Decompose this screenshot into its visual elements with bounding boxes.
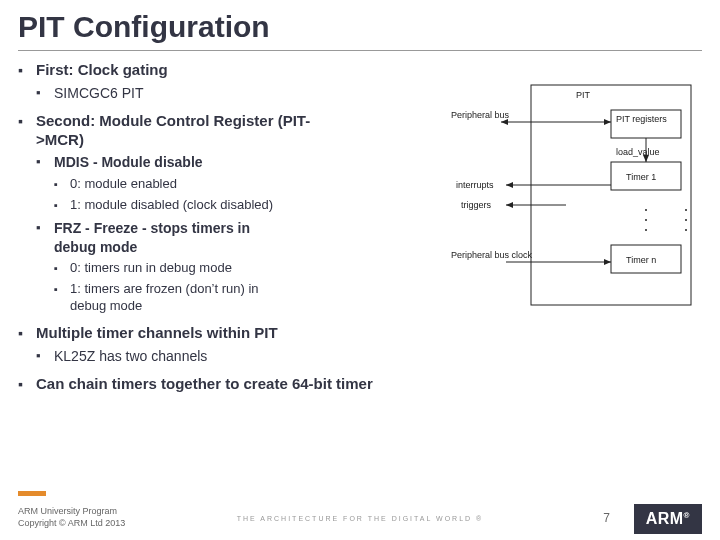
bullet-2-1-2-text: 1: module disabled (clock disabled) — [70, 197, 273, 212]
svg-marker-6 — [643, 155, 649, 162]
footer-tagline: THE ARCHITECTURE FOR THE DIGITAL WORLD ® — [237, 515, 483, 522]
svg-point-14 — [645, 229, 647, 231]
diagram-load-value: load_value — [616, 147, 660, 157]
diagram-timern: Timer n — [626, 255, 656, 265]
footer-copyright: ARM University Program Copyright © ARM L… — [18, 506, 125, 529]
bullet-2-1-1: 0: module enabled — [54, 176, 296, 193]
slide-title: PIT Configuration — [0, 0, 720, 50]
svg-point-12 — [645, 209, 647, 211]
diagram-pbclock: Peripheral bus clock — [451, 250, 533, 260]
page-number: 7 — [603, 511, 610, 525]
bullet-2-1-2: 1: module disabled (clock disabled) — [54, 197, 274, 214]
diagram-pit-registers: PIT registers — [616, 114, 667, 124]
title-rule — [18, 50, 702, 51]
bullet-2-2-1: 0: timers run in debug mode — [54, 260, 254, 277]
arm-logo: ARM® — [634, 504, 702, 534]
diagram-title: PIT — [576, 90, 591, 100]
bullet-2-2: FRZ - Freeze - stops timers in debug mod… — [36, 219, 276, 314]
bullet-2-2-2: 1: timers are frozen (don’t run) in debu… — [54, 281, 276, 315]
bullet-2-1-text: MDIS - Module disable — [54, 154, 203, 170]
bullet-3: Multiple timer channels within PIT KL25Z… — [18, 324, 702, 365]
diagram-peripheral-bus: Peripheral bus — [451, 110, 510, 120]
bullet-2-1-1-text: 0: module enabled — [70, 176, 177, 191]
footer: ARM University Program Copyright © ARM L… — [0, 496, 720, 540]
footer-line1: ARM University Program — [18, 506, 125, 518]
diagram-interrupts: interrupts — [456, 180, 494, 190]
pit-block-diagram: PIT PIT registers Peripheral bus load_va… — [446, 80, 696, 310]
svg-point-15 — [685, 209, 687, 211]
bullet-2-2-2-text: 1: timers are frozen (don’t run) in debu… — [70, 281, 259, 313]
bullet-1-1-text: SIMCGC6 PIT — [54, 85, 143, 101]
bullet-2-1: MDIS - Module disable 0: module enabled … — [36, 153, 296, 213]
arm-logo-text: ARM — [646, 510, 684, 527]
diagram-triggers: triggers — [461, 200, 492, 210]
bullet-3-1: KL25Z has two channels — [36, 347, 702, 365]
bullet-4-text: Can chain timers together to create 64-b… — [36, 375, 373, 392]
svg-marker-9 — [506, 182, 513, 188]
svg-marker-20 — [604, 259, 611, 265]
bullet-2-2-1-text: 0: timers run in debug mode — [70, 260, 232, 275]
bullet-2-text: Second: Module Control Register (PIT->MC… — [36, 112, 310, 148]
svg-point-13 — [645, 219, 647, 221]
svg-marker-3 — [604, 119, 611, 125]
bullet-1-text: First: Clock gating — [36, 61, 168, 78]
footer-line2: Copyright © ARM Ltd 2013 — [18, 518, 125, 530]
bullet-2: Second: Module Control Register (PIT->MC… — [18, 112, 358, 315]
bullet-3-1-text: KL25Z has two channels — [54, 348, 207, 364]
bullet-2-2-text: FRZ - Freeze - stops timers in debug mod… — [54, 220, 250, 254]
diagram-timer1: Timer 1 — [626, 172, 656, 182]
svg-point-16 — [685, 219, 687, 221]
svg-marker-11 — [506, 202, 513, 208]
bullet-4: Can chain timers together to create 64-b… — [18, 375, 702, 394]
bullet-3-text: Multiple timer channels within PIT — [36, 324, 278, 341]
svg-point-17 — [685, 229, 687, 231]
